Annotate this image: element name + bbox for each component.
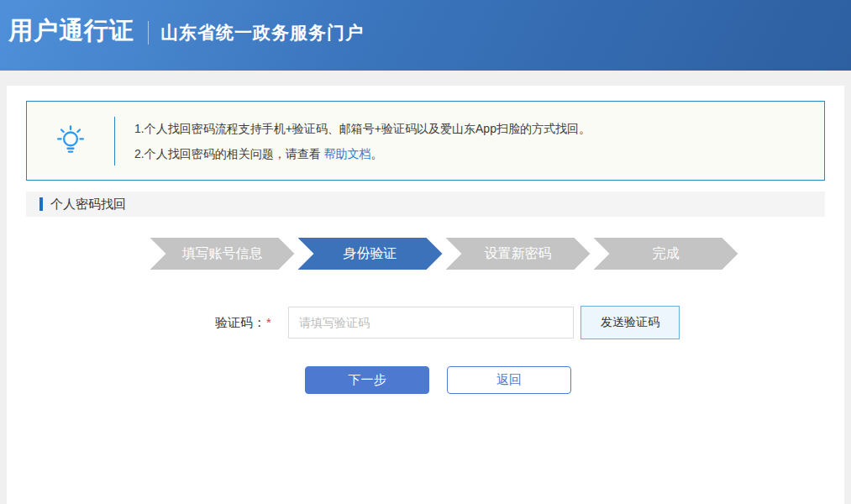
lightbulb-icon — [27, 123, 114, 159]
action-buttons: 下一步 返回 — [7, 366, 844, 394]
notice-line-2-prefix: 2.个人找回密码的相关问题，请查看 — [134, 147, 324, 160]
section-title-bar: 个人密码找回 — [26, 192, 825, 217]
site-subtitle: 山东省统一政务服务门户 — [160, 21, 364, 45]
verification-form-row: 验证码：* 发送验证码 — [7, 306, 844, 339]
section-title: 个人密码找回 — [50, 197, 126, 213]
step-complete: 完成 — [594, 238, 738, 270]
help-doc-link[interactable]: 帮助文档 — [324, 147, 371, 160]
verification-code-label: 验证码：* — [215, 315, 271, 331]
next-step-button[interactable]: 下一步 — [305, 366, 429, 394]
notice-text: 1.个人找回密码流程支持手机+验证码、邮箱号+验证码以及爱山东App扫脸的方式找… — [115, 120, 591, 162]
required-asterisk: * — [266, 315, 271, 329]
progress-steps: 填写账号信息 身份验证 设置新密码 完成 — [7, 238, 844, 270]
send-code-button[interactable]: 发送验证码 — [580, 306, 680, 339]
step-set-new-password: 设置新密码 — [446, 238, 591, 270]
header: 用户通行证 山东省统一政务服务门户 — [0, 0, 851, 71]
section-accent-bar — [39, 197, 43, 211]
verification-code-input[interactable] — [288, 307, 574, 339]
back-button[interactable]: 返回 — [447, 366, 571, 394]
site-title: 用户通行证 — [8, 14, 134, 48]
step-fill-account-info: 填写账号信息 — [150, 238, 295, 270]
notice-line-2-suffix: 。 — [371, 147, 383, 160]
notice-box: 1.个人找回密码流程支持手机+验证码、邮箱号+验证码以及爱山东App扫脸的方式找… — [26, 101, 825, 181]
header-title-divider — [148, 21, 149, 45]
notice-line-2: 2.个人找回密码的相关问题，请查看 帮助文档。 — [134, 145, 591, 162]
verification-code-label-text: 验证码： — [215, 315, 265, 329]
notice-line-1: 1.个人找回密码流程支持手机+验证码、邮箱号+验证码以及爱山东App扫脸的方式找… — [134, 120, 591, 137]
main-card: 1.个人找回密码流程支持手机+验证码、邮箱号+验证码以及爱山东App扫脸的方式找… — [7, 86, 844, 504]
step-identity-verification: 身份验证 — [298, 238, 443, 270]
